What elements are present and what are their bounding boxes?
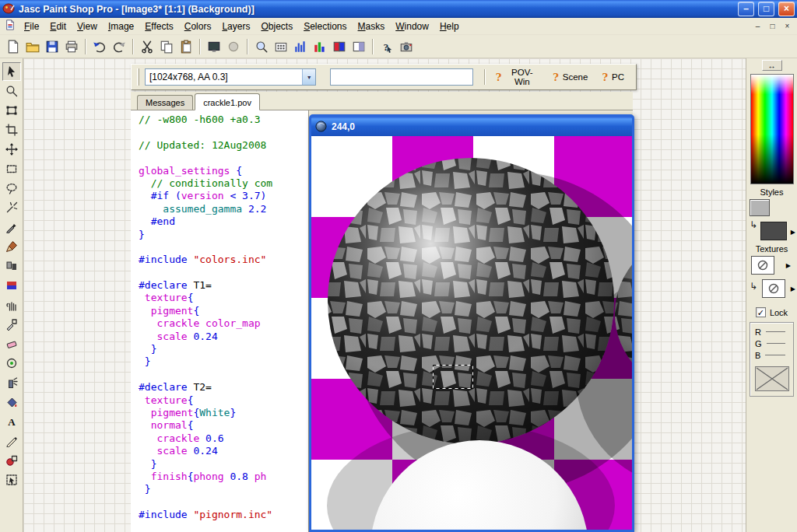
restore-button[interactable]: □ [758,2,774,16]
background-style-swatch[interactable] [760,222,787,240]
capture-button[interactable] [397,37,416,56]
tool-mover-button[interactable] [2,140,21,159]
menu-effects[interactable]: Effects [139,19,178,34]
tool-zoom-button[interactable] [2,82,21,100]
context-help-button[interactable]: ? [377,37,396,56]
scene-button[interactable]: ?Scene [546,68,595,86]
text-entry-button[interactable] [272,37,290,56]
loupe-icon [255,40,269,54]
close-button[interactable]: × [778,2,795,16]
copy-button[interactable] [157,37,176,56]
toolbar-grip[interactable] [137,68,139,86]
new-button[interactable] [4,37,23,56]
tool-clone-brush-button[interactable] [2,257,21,275]
mover-tool-icon [5,143,18,156]
normal-viewing-button[interactable] [224,37,243,56]
document-icon [5,19,16,33]
tab-messages[interactable]: Messages [137,95,193,110]
full-screen-preview-button[interactable] [205,37,223,56]
menu-colors[interactable]: Colors [179,19,217,34]
checkbox-check-icon: ✓ [756,307,766,317]
null-color-preview [755,366,789,391]
tool-magic-wand-button[interactable] [2,198,21,217]
tool-selection-button[interactable] [2,159,21,178]
tool-eraser-button[interactable] [2,334,21,353]
tool-picture-tube-button[interactable] [2,354,21,373]
menu-objects[interactable]: Objects [255,19,298,34]
style-flyout-arrow-icon[interactable]: ▶ [791,229,795,236]
tool-preset-shapes-button[interactable] [2,451,21,470]
redo-button[interactable] [110,37,128,56]
canvas-area[interactable]: [1024x768, AA 0.3] ▼ ?POV-Win ?Scene ?PC… [23,58,746,532]
cut-button[interactable] [138,37,156,56]
open-button[interactable] [23,37,42,56]
tool-paint-brush-button[interactable] [2,237,21,256]
mdi-minimize-button[interactable]: – [751,20,764,32]
tool-freehand-button[interactable] [2,179,21,198]
tool-scratch-remover-button[interactable] [2,315,21,334]
color-palette-button[interactable] [330,37,349,56]
tool-text-button[interactable]: A [2,412,21,431]
swap-textures-icon[interactable]: ↳ [750,281,757,292]
menu-window[interactable]: Window [390,19,434,34]
paste-button[interactable] [177,37,195,56]
histogram-button[interactable] [291,37,310,56]
lock-checkbox[interactable]: ✓ Lock [746,307,797,317]
menu-selections[interactable]: Selections [298,19,352,34]
print-button[interactable] [62,37,81,56]
render-command-input[interactable] [330,68,473,86]
scratch-remover-icon [5,318,18,331]
redo-icon [112,40,126,54]
menu-image[interactable]: Image [103,19,139,34]
texture-flyout-arrow-icon[interactable]: ▶ [786,262,791,269]
half-rect-icon [352,40,366,54]
texture-flyout-arrow-icon[interactable]: ▶ [791,285,795,292]
menu-help[interactable]: Help [434,19,465,34]
app-window: Jasc Paint Shop Pro - [Image3* [1:1] (Ba… [0,0,797,532]
tool-draw-button[interactable] [2,432,21,450]
foreground-style-swatch[interactable] [750,199,770,216]
background-texture-swatch[interactable] [762,279,785,298]
minimize-button[interactable]: – [738,2,754,16]
render-image[interactable] [311,136,632,530]
tool-arrow-button[interactable] [2,62,21,81]
menu-edit[interactable]: Edit [44,19,72,34]
undo-button[interactable] [90,37,109,56]
tool-airbrush-button[interactable] [2,373,21,392]
dropdown-arrow-icon[interactable]: ▼ [302,69,315,85]
pc-button[interactable]: ?PC [595,68,631,86]
open-folder-icon [26,40,40,54]
tool-crop-button[interactable] [2,121,21,139]
menu-file[interactable]: File [19,19,44,34]
rgb-row-r: R [752,326,792,338]
color-picker[interactable] [750,74,794,184]
swap-styles-icon[interactable]: ↳ [750,219,757,230]
tool-retouch-button[interactable] [2,296,21,314]
tool-dropper-button[interactable] [2,218,21,236]
code-area[interactable]: // -w800 -h600 +a0.3 // Updated: 12Aug20… [131,110,309,532]
tool-color-replacer-button[interactable] [2,276,21,295]
chart-button[interactable] [311,37,329,56]
menu-masks[interactable]: Masks [353,19,391,34]
pov-win-button[interactable]: ?POV-Win [489,65,546,89]
copy-icon [160,40,174,54]
menu-view[interactable]: View [72,19,103,34]
render-window-titlebar[interactable]: 244,0 [311,117,632,136]
foreground-texture-swatch[interactable] [751,256,774,275]
browse-button[interactable] [252,37,271,56]
screen-split-button[interactable] [349,37,368,56]
rgb-row-g: G [752,338,792,349]
tool-object-selector-button[interactable] [2,471,21,489]
save-button[interactable] [43,37,61,56]
tab-crackle1-pov[interactable]: crackle1.pov [195,93,260,110]
airbrush-icon [5,376,18,389]
menu-layers[interactable]: Layers [216,19,255,34]
mdi-restore-button[interactable]: □ [766,20,779,32]
mdi-close-button[interactable]: × [781,20,794,32]
keypad-icon [274,40,288,54]
tool-deform-button[interactable] [2,101,21,120]
tool-flood-fill-button[interactable] [2,393,21,411]
render-preset-dropdown[interactable]: [1024x768, AA 0.3] ▼ [145,68,316,86]
b-label: B [755,351,760,360]
palette-resize-handle[interactable]: ↔ [762,60,782,71]
